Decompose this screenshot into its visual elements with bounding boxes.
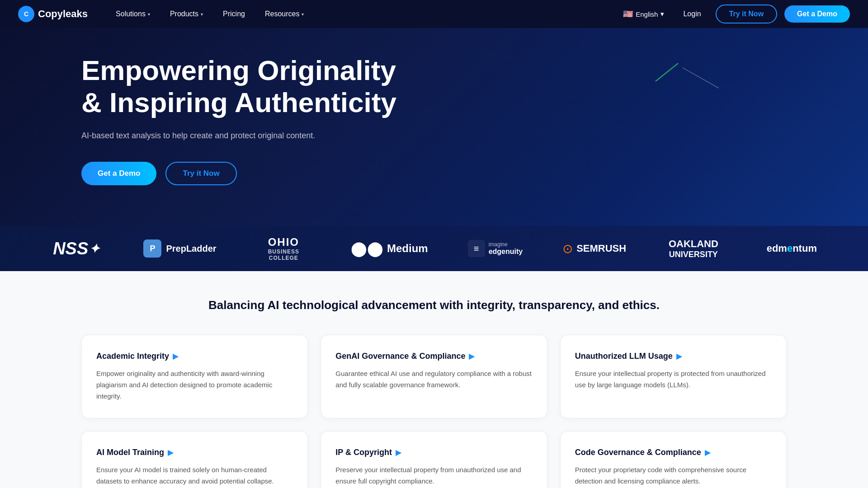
nav-item-solutions[interactable]: Solutions ▾ — [106, 0, 160, 28]
hero-title: Empowering Originality & Inspiring Authe… — [81, 54, 398, 119]
feature-title-genai-governance: GenAI Governance & Compliance ▶ — [335, 352, 532, 361]
get-a-demo-button-nav[interactable]: Get a Demo — [784, 5, 850, 23]
feature-card-ip-copyright: IP & Copyright ▶ Preserve your intellect… — [321, 431, 547, 488]
nav-item-resources[interactable]: Resources ▾ — [255, 0, 314, 28]
feature-desc-ip-copyright: Preserve your intellectual property from… — [335, 465, 532, 487]
feature-arrow-icon: ▶ — [396, 448, 401, 457]
feature-card-genai-governance: GenAI Governance & Compliance ▶ Guarante… — [321, 335, 547, 418]
svg-line-0 — [656, 63, 678, 81]
medium-icon: ⬤⬤ — [351, 240, 383, 257]
feature-desc-ai-model-training: Ensure your AI model is trained solely o… — [96, 465, 293, 487]
lang-label: English — [636, 10, 658, 18]
navbar: C Copyleaks Solutions ▾ Products ▾ Prici… — [0, 0, 868, 28]
feature-desc-llm-usage: Ensure your intellectual property is pro… — [575, 368, 772, 391]
resources-chevron-icon: ▾ — [302, 12, 304, 17]
nav-right: 🇺🇸 English ▾ Login Try it Now Get a Demo — [618, 5, 850, 23]
feature-desc-genai-governance: Guarantee ethical AI use and regulatory … — [335, 368, 532, 391]
nav-item-pricing[interactable]: Pricing — [213, 0, 255, 28]
logo-edmentum: edmentum — [743, 226, 841, 271]
logo-semrush: ⊙ SEMRUSH — [544, 226, 644, 271]
flag-icon: 🇺🇸 — [623, 9, 633, 19]
feature-desc-academic-integrity: Empower originality and authenticity wit… — [96, 368, 293, 402]
feature-arrow-icon: ▶ — [168, 448, 173, 457]
logo-prepladder: P PrepLadder — [125, 226, 234, 271]
logo-icon: C — [18, 6, 34, 22]
feature-arrow-icon: ▶ — [469, 352, 474, 361]
lang-chevron-icon: ▾ — [660, 10, 664, 18]
nav-left: C Copyleaks Solutions ▾ Products ▾ Prici… — [18, 0, 314, 28]
hero-buttons: Get a Demo Try it Now — [81, 162, 787, 185]
hero-decorative-icon — [642, 54, 732, 99]
logo-edgenuity: ≡ imagine edgenuity — [446, 226, 544, 271]
feature-card-academic-integrity: Academic Integrity ▶ Empower originality… — [81, 335, 308, 418]
hero-section: Empowering Originality & Inspiring Authe… — [0, 0, 868, 226]
logo[interactable]: C Copyleaks — [18, 6, 88, 22]
semrush-icon: ⊙ — [562, 241, 573, 256]
solutions-chevron-icon: ▾ — [148, 12, 150, 17]
feature-card-code-governance: Code Governance & Compliance ▶ Protect y… — [560, 431, 787, 488]
get-a-demo-button-hero[interactable]: Get a Demo — [81, 162, 156, 185]
edgenuity-icon: ≡ — [468, 240, 485, 257]
logo-oakland-university: OAKLAND UNIVERSITY — [644, 226, 742, 271]
partner-logos-section: NSS ✦ P PrepLadder OHIO BUSINESS COLLEGE… — [0, 226, 868, 271]
features-grid: Academic Integrity ▶ Empower originality… — [81, 335, 787, 488]
logo-nss: NSS ✦ — [27, 226, 125, 271]
features-section-title: Balancing AI technological advancement w… — [81, 298, 787, 312]
language-selector[interactable]: 🇺🇸 English ▾ — [618, 6, 669, 22]
feature-title-code-governance: Code Governance & Compliance ▶ — [575, 448, 772, 457]
logo-text: Copyleaks — [38, 8, 88, 20]
products-chevron-icon: ▾ — [201, 12, 203, 17]
features-section: Balancing AI technological advancement w… — [0, 271, 868, 488]
try-it-now-button-nav[interactable]: Try it Now — [716, 5, 777, 23]
feature-arrow-icon: ▶ — [705, 448, 710, 457]
feature-title-llm-usage: Unauthorized LLM Usage ▶ — [575, 352, 772, 361]
nav-item-products[interactable]: Products ▾ — [160, 0, 213, 28]
feature-title-ip-copyright: IP & Copyright ▶ — [335, 448, 532, 457]
feature-title-ai-model-training: AI Model Training ▶ — [96, 448, 293, 457]
feature-arrow-icon: ▶ — [173, 352, 178, 361]
try-it-now-button-hero[interactable]: Try it Now — [165, 162, 236, 185]
nss-star-icon: ✦ — [89, 241, 99, 256]
login-button[interactable]: Login — [676, 6, 708, 22]
svg-line-1 — [683, 68, 719, 88]
feature-card-llm-usage: Unauthorized LLM Usage ▶ Ensure your int… — [560, 335, 787, 418]
feature-arrow-icon: ▶ — [676, 352, 682, 361]
logo-medium: ⬤⬤ Medium — [333, 226, 446, 271]
logo-ohio-business-college: OHIO BUSINESS COLLEGE — [235, 226, 333, 271]
feature-title-academic-integrity: Academic Integrity ▶ — [96, 352, 293, 361]
feature-desc-code-governance: Protect your proprietary code with compr… — [575, 465, 772, 487]
hero-subtitle: AI-based text analysis to help create an… — [81, 130, 316, 142]
feature-card-ai-model-training: AI Model Training ▶ Ensure your AI model… — [81, 431, 308, 488]
